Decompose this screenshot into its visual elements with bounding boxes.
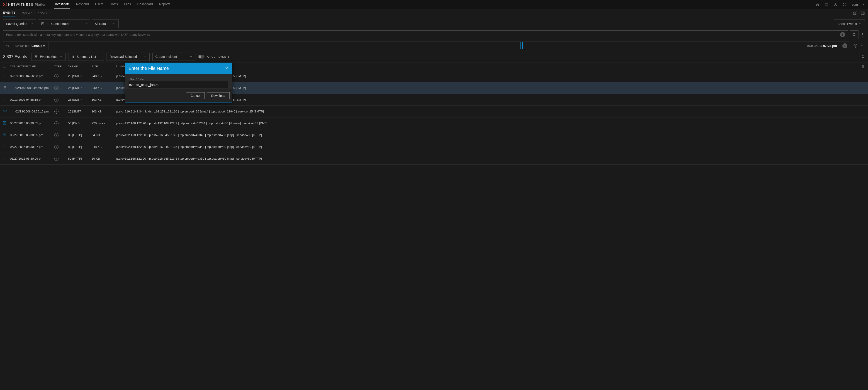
action-bar: 3,837 Events Events Meta Summary List Do… (0, 53, 868, 63)
stack-icon[interactable] (3, 86, 7, 89)
time-bar: 02/13/2008 04:55 pm 01/08/2024 07:23 pm … (0, 41, 868, 53)
event-count: 3,837 Events (3, 54, 27, 59)
subnav-malware[interactable]: MALWARE ANALYSIS (22, 9, 53, 17)
top-nav: NETWITNESS Platform Investigate Respond … (0, 0, 868, 9)
row-checkbox[interactable] (3, 157, 6, 160)
svg-text:?: ? (844, 4, 845, 6)
time-collapse-button[interactable] (859, 41, 865, 50)
panel-icon[interactable] (861, 11, 865, 15)
more-options-button[interactable] (860, 30, 865, 39)
col-size[interactable]: SIZE (92, 65, 116, 68)
row-checkbox[interactable] (3, 133, 6, 136)
row-checkbox[interactable] (3, 121, 6, 124)
col-theme[interactable]: THEME (68, 65, 92, 68)
table-row[interactable]: 05/27/2015 05:30:07 pm80 [HTTP]248 KBip.… (0, 141, 868, 153)
nav-hosts[interactable]: Hosts (109, 0, 118, 9)
user-menu[interactable]: admin (852, 2, 865, 7)
modal-close-button[interactable]: ✕ (225, 66, 228, 71)
modal-body: FILE NAME (125, 74, 232, 89)
analytics-icon[interactable] (852, 11, 857, 15)
stack-icon[interactable] (3, 109, 7, 113)
table-row[interactable]: 05/27/2015 05:30:05 pm53 [DNS]220 bytesi… (0, 117, 868, 129)
nav-respond[interactable]: Respond (76, 0, 89, 9)
cell-theme: 25 [SMTP] (68, 74, 92, 78)
svg-rect-23 (861, 12, 864, 14)
chevron-down-icon (859, 23, 861, 25)
row-checkbox[interactable] (3, 98, 6, 101)
top-nav-right: ? admin (815, 2, 865, 7)
col-type[interactable]: TYPE (54, 65, 68, 68)
cell-size: 248 KB (92, 145, 116, 149)
download-dropdown[interactable]: Download Selected (106, 53, 150, 61)
cell-type (54, 86, 68, 90)
time-settings-button[interactable] (852, 41, 859, 50)
svg-line-27 (855, 35, 856, 36)
cell-collection-time: 02/13/2008 04:56:56 pm (9, 74, 54, 78)
cancel-button[interactable]: Cancel (186, 92, 205, 99)
row-checkbox[interactable] (3, 145, 6, 148)
tools-icon[interactable] (834, 2, 838, 7)
table-row[interactable]: 05/27/2015 05:30:09 pm80 [HTTP]59 KBip.s… (0, 153, 868, 164)
column-settings-button[interactable] (861, 65, 865, 68)
cell-size: 240 KB (92, 86, 116, 90)
nav-investigate[interactable]: Investigate (54, 0, 70, 9)
download-button[interactable]: Download (207, 92, 230, 99)
svg-point-28 (862, 33, 863, 34)
subnav-events[interactable]: EVENTS (3, 9, 16, 17)
cell-size: 103 KB (92, 98, 116, 101)
time-info-button[interactable]: i (840, 41, 849, 50)
network-type-icon (54, 74, 59, 78)
svg-line-38 (864, 57, 864, 58)
create-incident-dropdown[interactable]: Create Incident (152, 53, 195, 61)
svg-marker-33 (35, 56, 37, 58)
cell-collection-time: 05/27/2015 05:30:05 pm (9, 122, 54, 125)
time-marker[interactable] (521, 42, 523, 49)
cell-collection-time: 05/27/2015 05:30:07 pm (9, 145, 54, 149)
nav-users[interactable]: Users (95, 0, 104, 9)
query-input[interactable] (6, 33, 838, 36)
sub-nav-right (852, 11, 865, 15)
network-type-icon (54, 145, 59, 149)
stopwatch-icon[interactable] (815, 2, 819, 7)
table-search-button[interactable] (861, 55, 865, 59)
nav-dashboard[interactable]: Dashboard (137, 0, 153, 9)
search-button[interactable] (850, 30, 859, 39)
select-all-checkbox[interactable] (3, 65, 6, 68)
time-start[interactable]: 02/13/2008 04:55 pm (12, 41, 49, 50)
svg-line-5 (3, 3, 5, 4)
concentrator-dropdown[interactable]: p - Concentrator (38, 20, 90, 28)
group-events-toggle[interactable] (198, 55, 205, 59)
chevron-down-icon (60, 55, 63, 58)
nav-reports[interactable]: Reports (159, 0, 171, 9)
queue-icon[interactable] (825, 2, 829, 7)
chevron-right-icon (861, 2, 865, 7)
help-icon[interactable]: ? (843, 2, 847, 7)
time-end[interactable]: 01/08/2024 07:23 pm (804, 41, 840, 50)
time-track[interactable] (49, 41, 804, 50)
show-dropdown[interactable]: Show: Events (834, 20, 865, 28)
svg-point-29 (862, 34, 863, 35)
events-meta-label: Events Meta (40, 55, 58, 59)
table-row[interactable]: 02/13/2008 04:55:15 pm25 [SMTP]103 KBip.… (0, 106, 868, 117)
info-icon[interactable]: i (840, 32, 845, 37)
row-checkbox[interactable] (3, 74, 6, 77)
action-bar-right (861, 55, 865, 59)
view-mode-dropdown[interactable]: Summary List (68, 53, 104, 61)
table-row[interactable]: 05/27/2015 05:30:05 pm80 [HTTP]64 KBip.s… (0, 129, 868, 141)
network-type-icon (54, 133, 59, 137)
cell-size: 64 KB (92, 133, 116, 137)
network-type-icon (54, 121, 59, 125)
time-expand-handle[interactable] (3, 41, 12, 50)
nav-files[interactable]: Files (124, 0, 131, 9)
cell-type (54, 110, 68, 114)
cell-theme: 80 [HTTP] (68, 133, 92, 137)
toggle-knob (198, 55, 201, 58)
events-meta-dropdown[interactable]: Events Meta (32, 53, 65, 61)
timerange-dropdown[interactable]: All Data (92, 20, 119, 28)
col-collection-time[interactable]: COLLECTION TIME (9, 65, 54, 68)
svg-point-39 (863, 66, 864, 67)
saved-queries-dropdown[interactable]: Saved Queries (3, 20, 36, 28)
svg-line-14 (834, 4, 836, 6)
filename-input[interactable] (128, 81, 228, 88)
network-type-icon (54, 157, 59, 161)
